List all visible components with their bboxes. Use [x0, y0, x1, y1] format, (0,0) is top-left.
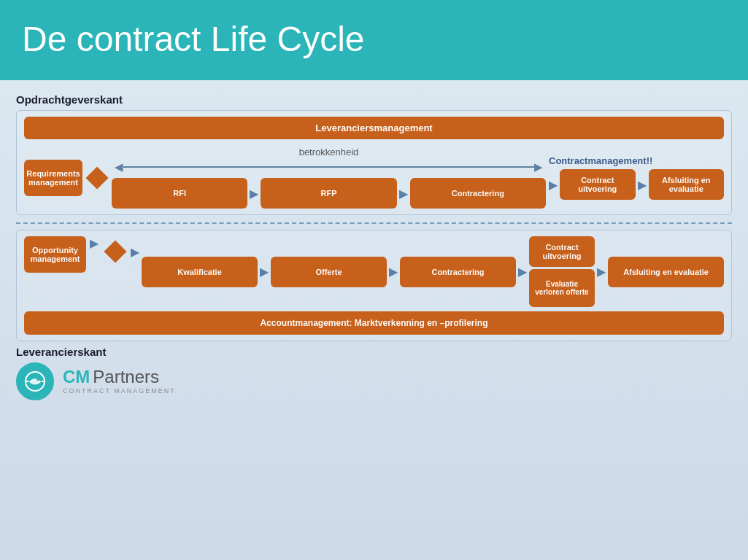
bottom-main-steps: Kwalificatie ▶ Offerte ▶ Contractering ▶…: [142, 236, 724, 307]
afsluiting-top-box: Afsluiting en evaluatie: [649, 169, 725, 200]
arrow-right-2: ▶: [131, 236, 139, 259]
leverancierskant-label: Leverancierskant: [16, 346, 732, 358]
top-flow-row: Requirements management betrokkenheid ◀ …: [24, 147, 724, 209]
arrow-right-1: ▶: [90, 236, 99, 250]
arrow-line: [123, 166, 534, 168]
page-title: De contract Life Cycle: [22, 19, 365, 59]
main-content: Opdrachtgeverskant Leveranciersmanagemen…: [0, 80, 748, 560]
evaluatie-box: Evaluatie verloren offerte: [529, 269, 595, 307]
header: De contract Life Cycle: [0, 0, 748, 80]
svg-point-1: [36, 378, 39, 381]
logo-circle: [16, 362, 54, 400]
requirements-box: Requirements management: [24, 160, 82, 196]
right-arrow-icon: ▶: [534, 160, 543, 174]
opportunity-box: Opportunity management: [24, 236, 86, 273]
left-arrow-icon: ◀: [115, 160, 123, 174]
logo-cm-partners: CM Partners: [63, 368, 176, 386]
bottom-connect: ▶: [90, 236, 99, 250]
logo-subtitle: CONTRACT MANAGEMENT: [63, 387, 176, 394]
betrokkenheid-label: betrokkenheid: [112, 147, 546, 158]
arrow8: ▶: [597, 265, 606, 279]
dashed-divider: [16, 222, 732, 224]
arrow6: ▶: [389, 265, 398, 279]
contractering-top-box: Contractering: [410, 178, 546, 209]
betrokkenheid-col: betrokkenheid ◀ ▶ RFI ▶ RFP ▶ Contracter…: [112, 147, 546, 209]
opdrachtgever-label: Opdrachtgeverskant: [16, 93, 732, 106]
leveranciers-bar: Leveranciersmanagement: [24, 117, 724, 139]
logo-text: CM Partners CONTRACT MANAGEMENT: [63, 368, 176, 394]
contractmgmt-label: Contractmanagement!!: [549, 155, 652, 166]
contractmgmt-boxes: ▶ Contract uitvoering ▶ Afsluiting en ev…: [549, 169, 724, 200]
arrow3: ▶: [549, 178, 558, 192]
bottom-diagram: Opportunity management ▶ ▶ Kwalificatie …: [16, 230, 732, 341]
diamond-bottom: [104, 236, 126, 260]
arrow5: ▶: [260, 265, 269, 279]
accountmgmt-bar: Accountmanagement: Marktverkenning en –p…: [24, 311, 724, 335]
double-arrow-row: ◀ ▶: [112, 160, 546, 174]
rfp-box: RFP: [261, 178, 396, 209]
contractering-bottom-box: Contractering: [400, 257, 516, 287]
logo-cm: CM: [63, 368, 90, 386]
logo-icon: [23, 369, 47, 394]
top-diagram: Leveranciersmanagement Requirements mana…: [16, 110, 732, 215]
arrow2: ▶: [399, 187, 408, 201]
contractmgmt-col: Contractmanagement!! ▶ Contract uitvoeri…: [549, 155, 724, 200]
diamond-top: [86, 170, 108, 186]
bottom-steps-col: Kwalificatie ▶ Offerte ▶ Contractering ▶…: [142, 236, 724, 307]
contract-uitvoering-top-box: Contract uitvoering: [560, 169, 636, 200]
arrow7: ▶: [518, 265, 527, 279]
rfi-box: RFI: [112, 178, 247, 209]
bottom-flow-main: Opportunity management ▶ ▶ Kwalificatie …: [24, 236, 724, 307]
afsluiting-bottom-box: Afsluiting en evaluatie: [608, 257, 724, 287]
top-steps-row: RFI ▶ RFP ▶ Contractering: [112, 178, 546, 209]
contract-uitvoering-bottom-box: Contract uitvoering: [529, 236, 595, 267]
betrokkenheid-row: betrokkenheid: [112, 147, 546, 158]
arrow4: ▶: [638, 178, 647, 192]
arrow1: ▶: [250, 187, 258, 201]
offerte-box: Offerte: [271, 257, 387, 287]
logo-area: CM Partners CONTRACT MANAGEMENT: [16, 362, 732, 400]
kwalificatie-box: Kwalificatie: [142, 257, 258, 287]
logo-partners: Partners: [93, 368, 159, 386]
branch-col: Contract uitvoering Evaluatie verloren o…: [529, 236, 595, 307]
